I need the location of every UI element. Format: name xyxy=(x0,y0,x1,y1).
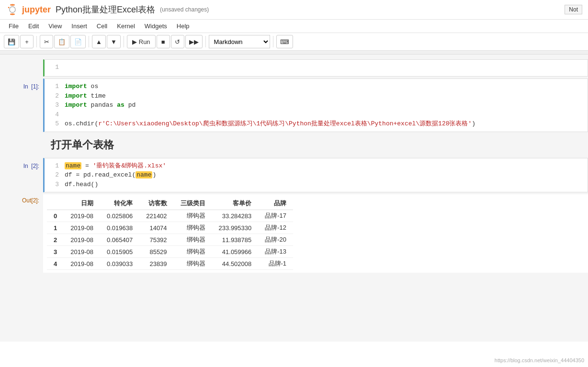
table-cell: 2019-08 xyxy=(64,246,100,258)
menubar: File Edit View Insert Cell Kernel Widget… xyxy=(0,20,588,33)
svg-point-2 xyxy=(10,7,15,12)
table-cell: 0.039033 xyxy=(100,258,139,270)
svg-point-0 xyxy=(10,4,15,6)
menu-cell[interactable]: Cell xyxy=(92,21,112,32)
horizontal-scrollbar[interactable] xyxy=(0,51,588,55)
col-header-visitors: 访客数 xyxy=(139,197,173,210)
table-cell: 0.065407 xyxy=(100,234,139,246)
table-cell: 2 xyxy=(47,234,64,246)
code2-line-1: 1name = '垂钓装备&绑钩器.xlsx' xyxy=(49,161,583,171)
toolbar-sep-4 xyxy=(205,36,206,47)
output-wrapper: Out[2]: 日期 转化率 访客数 三级类目 客单价 品牌 02019-080… xyxy=(0,194,588,273)
menu-widgets[interactable]: Widgets xyxy=(140,21,172,32)
keyboard-shortcuts-button[interactable]: ⌨ xyxy=(276,35,293,48)
code-cell-2[interactable]: 1name = '垂钓装备&绑钩器.xlsx' 2df = pd.read_ex… xyxy=(43,158,588,193)
table-cell: 11.938785 xyxy=(212,234,259,246)
table-row: 22019-080.06540775392绑钩器11.938785品牌-20 xyxy=(47,234,293,246)
toolbar-sep-2 xyxy=(89,36,89,47)
run-label: Run xyxy=(139,38,150,45)
code-line-4: 4 xyxy=(49,110,583,120)
col-header-index xyxy=(47,197,64,210)
empty-cell[interactable]: 1 xyxy=(43,59,588,77)
table-cell: 2019-08 xyxy=(64,210,100,222)
code-line-5: 5os.chdir(r'C:\Users\xiaodeng\Desktop\爬虫… xyxy=(49,119,583,129)
kernel-status: Not xyxy=(565,5,582,14)
notebook: 1 In [1]: 1import os 2import time 3impor… xyxy=(0,55,588,342)
output-content: 日期 转化率 访客数 三级类目 客单价 品牌 02019-080.0258062… xyxy=(43,194,588,273)
menu-help[interactable]: Help xyxy=(172,21,194,32)
code-cell-1-label: In [1]: xyxy=(0,78,43,132)
menu-edit[interactable]: Edit xyxy=(23,21,44,32)
restart-button[interactable]: ↺ xyxy=(171,35,184,48)
menu-file[interactable]: File xyxy=(4,21,23,32)
table-cell: 14074 xyxy=(139,222,173,234)
table-cell: 221402 xyxy=(139,210,173,222)
table-cell: 绑钩器 xyxy=(174,222,212,234)
add-cell-button[interactable]: + xyxy=(20,35,34,48)
notebook-title: Python批量处理Excel表格 xyxy=(56,4,155,15)
code-cell-1[interactable]: 1import os 2import time 3import pandas a… xyxy=(43,78,588,132)
stop-button[interactable]: ■ xyxy=(157,35,170,48)
empty-cell-content[interactable]: 1 xyxy=(45,60,588,75)
table-cell: 绑钩器 xyxy=(174,234,212,246)
table-cell: 0 xyxy=(47,210,64,222)
code-cell-2-content: 1name = '垂钓装备&绑钩器.xlsx' 2df = pd.read_ex… xyxy=(45,158,588,192)
table-cell: 4 xyxy=(47,258,64,270)
move-down-button[interactable]: ▼ xyxy=(107,35,121,48)
menu-kernel[interactable]: Kernel xyxy=(112,21,140,32)
menu-view[interactable]: View xyxy=(44,21,67,32)
table-cell: 2019-08 xyxy=(64,222,100,234)
svg-point-3 xyxy=(8,7,10,8)
save-button[interactable]: 💾 xyxy=(4,35,19,48)
unsaved-badge: (unsaved changes) xyxy=(160,6,209,13)
col-header-conv: 转化率 xyxy=(100,197,139,210)
cell-type-select[interactable]: Markdown Code Raw NBConvert Heading xyxy=(209,35,270,48)
table-row: 42019-080.03903323839绑钩器44.502008品牌-1 xyxy=(47,258,293,270)
table-cell: 0.015905 xyxy=(100,246,139,258)
svg-point-1 xyxy=(10,13,15,15)
code-line-2: 2import time xyxy=(49,91,583,101)
jupyter-icon-svg xyxy=(6,3,19,16)
table-cell: 绑钩器 xyxy=(174,258,212,270)
line-number: 1 xyxy=(49,63,59,72)
paste-button[interactable]: 📄 xyxy=(70,35,86,48)
cut-button[interactable]: ✂ xyxy=(40,35,53,48)
jupyter-logo: jupyter xyxy=(6,3,51,16)
table-cell: 品牌-12 xyxy=(258,222,293,234)
copy-button[interactable]: 📋 xyxy=(54,35,69,48)
code-cell-1-wrapper: In [1]: 1import os 2import time 3import … xyxy=(0,78,588,132)
markdown-heading: 打开单个表格 xyxy=(43,134,588,156)
table-cell: 23839 xyxy=(139,258,173,270)
markdown-cell[interactable]: 打开单个表格 xyxy=(43,134,588,156)
table-cell: 3 xyxy=(47,246,64,258)
run-icon: ▶ xyxy=(132,38,137,45)
move-up-button[interactable]: ▲ xyxy=(92,35,106,48)
table-cell: 85529 xyxy=(139,246,173,258)
table-cell: 0.019638 xyxy=(100,222,139,234)
code-cell-2-wrapper: In [2]: 1name = '垂钓装备&绑钩器.xlsx' 2df = pd… xyxy=(0,158,588,193)
table-cell: 41.059966 xyxy=(212,246,259,258)
table-cell: 44.502008 xyxy=(212,258,259,270)
table-row: 12019-080.01963814074绑钩器233.995330品牌-12 xyxy=(47,222,293,234)
toolbar-sep-1 xyxy=(36,36,37,47)
table-cell: 0.025806 xyxy=(100,210,139,222)
table-header-row: 日期 转化率 访客数 三级类目 客单价 品牌 xyxy=(47,197,293,210)
toolbar-sep-3 xyxy=(124,36,124,47)
code-cell-2-label: In [2]: xyxy=(0,158,43,193)
toolbar: 💾 + ✂ 📋 📄 ▲ ▼ ▶ Run ■ ↺ ▶▶ Markdown Code… xyxy=(0,33,588,51)
run-button[interactable]: ▶ Run xyxy=(127,35,156,48)
code2-line-3: 3df.head() xyxy=(49,180,583,189)
table-cell: 品牌-1 xyxy=(258,258,293,270)
table-cell: 75392 xyxy=(139,234,173,246)
table-cell: 品牌-13 xyxy=(258,246,293,258)
empty-cell-label xyxy=(0,59,43,77)
section-title: 打开单个表格 xyxy=(51,138,580,152)
table-cell: 233.995330 xyxy=(212,222,259,234)
table-cell: 1 xyxy=(47,222,64,234)
empty-cell-wrapper: 1 xyxy=(0,59,588,77)
restart-run-button[interactable]: ▶▶ xyxy=(185,35,203,48)
code-cell-1-content: 1import os 2import time 3import pandas a… xyxy=(45,79,588,132)
table-row: 32019-080.01590585529绑钩器41.059966品牌-13 xyxy=(47,246,293,258)
menu-insert[interactable]: Insert xyxy=(67,21,92,32)
col-header-unit-price: 客单价 xyxy=(212,197,259,210)
